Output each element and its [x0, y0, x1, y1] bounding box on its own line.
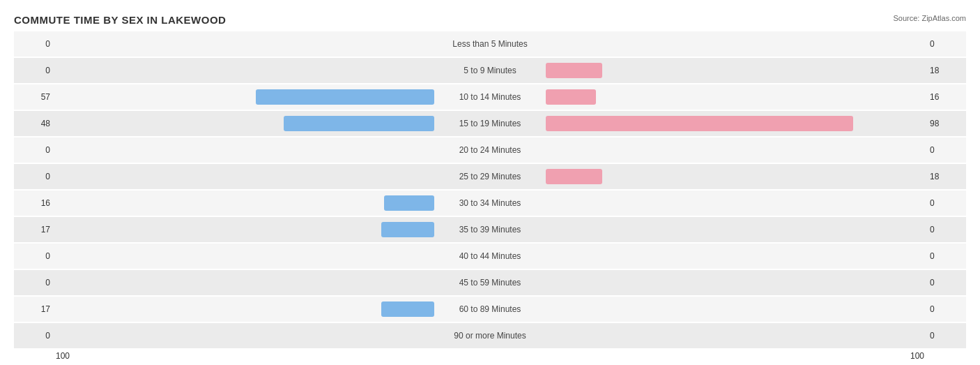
- male-value: 57: [14, 92, 56, 102]
- female-value: 18: [924, 66, 966, 75]
- right-bar-container: [490, 116, 853, 131]
- left-bar-container: [434, 328, 490, 343]
- chart-row: 090 or more Minutes0: [14, 323, 966, 348]
- male-value: 0: [14, 145, 56, 155]
- male-value: 0: [14, 39, 56, 49]
- right-bar-container: [490, 328, 546, 343]
- male-bar: [381, 222, 435, 237]
- right-bar-container: [490, 169, 602, 184]
- female-value: 0: [924, 331, 966, 341]
- bars-section: 45 to 59 Minutes: [56, 270, 924, 295]
- right-bar-container: [490, 142, 546, 158]
- left-bar-container: [284, 116, 490, 131]
- chart-row: 045 to 59 Minutes0: [14, 270, 966, 295]
- bars-section: 15 to 19 Minutes: [56, 111, 924, 136]
- female-value: 18: [924, 172, 966, 181]
- left-bar-container: [381, 301, 491, 317]
- left-bar-container: [434, 63, 490, 78]
- male-value: 0: [14, 331, 56, 341]
- male-bar: [256, 89, 435, 105]
- male-bar: [381, 301, 435, 317]
- source-label: Source: ZipAtlas.com: [893, 14, 966, 22]
- left-bar-container: [256, 89, 491, 105]
- female-value: 0: [924, 145, 966, 155]
- chart-area: 0Less than 5 Minutes005 to 9 Minutes1857…: [14, 31, 966, 348]
- male-bar: [384, 195, 434, 211]
- male-value: 0: [14, 278, 56, 288]
- female-value: 0: [924, 304, 966, 314]
- left-bar-container: [434, 248, 490, 264]
- left-bar-container: [434, 169, 490, 184]
- chart-row: 1760 to 89 Minutes0: [14, 297, 966, 322]
- bars-section: 25 to 29 Minutes: [56, 164, 924, 189]
- bars-section: 60 to 89 Minutes: [56, 297, 924, 322]
- male-value: 0: [14, 66, 56, 75]
- left-bar-container: [434, 142, 490, 158]
- female-bar: [546, 63, 602, 78]
- male-value: 16: [14, 198, 56, 208]
- male-bar: [284, 116, 434, 131]
- male-value: 48: [14, 119, 56, 128]
- bars-section: Less than 5 Minutes: [56, 31, 924, 57]
- male-value: 17: [14, 225, 56, 234]
- bars-section: 20 to 24 Minutes: [56, 137, 924, 163]
- bottom-right-label: 100: [910, 351, 924, 361]
- female-value: 0: [924, 278, 966, 288]
- male-value: 0: [14, 172, 56, 181]
- chart-row: 1630 to 34 Minutes0: [14, 191, 966, 216]
- left-bar-container: [434, 275, 490, 290]
- female-value: 0: [924, 198, 966, 208]
- chart-title: COMMUTE TIME BY SEX IN LAKEWOOD: [14, 14, 966, 26]
- chart-row: 05 to 9 Minutes18: [14, 58, 966, 83]
- bars-section: 90 or more Minutes: [56, 323, 924, 348]
- right-bar-container: [490, 222, 546, 237]
- left-bar-container: [384, 195, 490, 211]
- chart-row: 5710 to 14 Minutes16: [14, 84, 966, 110]
- left-bar-container: [381, 222, 491, 237]
- right-bar-container: [490, 275, 546, 290]
- right-bar-container: [490, 63, 602, 78]
- chart-row: 025 to 29 Minutes18: [14, 164, 966, 189]
- female-value: 98: [924, 119, 966, 128]
- right-bar-container: [490, 301, 546, 317]
- chart-row: 020 to 24 Minutes0: [14, 137, 966, 163]
- right-bar-container: [490, 195, 546, 211]
- bars-section: 35 to 39 Minutes: [56, 217, 924, 242]
- male-value: 17: [14, 304, 56, 314]
- bars-section: 5 to 9 Minutes: [56, 58, 924, 83]
- female-bar: [546, 169, 602, 184]
- chart-container: COMMUTE TIME BY SEX IN LAKEWOOD Source: …: [0, 0, 980, 365]
- right-bar-container: [490, 36, 546, 52]
- female-value: 0: [924, 39, 966, 49]
- female-bar: [546, 116, 853, 131]
- right-bar-container: [490, 89, 596, 105]
- female-value: 0: [924, 251, 966, 261]
- bottom-left-label: 100: [56, 351, 70, 361]
- right-bar-container: [490, 248, 546, 264]
- bottom-labels: 100 100: [14, 351, 966, 361]
- male-value: 0: [14, 251, 56, 261]
- chart-row: 1735 to 39 Minutes0: [14, 217, 966, 242]
- chart-row: 4815 to 19 Minutes98: [14, 111, 966, 136]
- chart-row: 040 to 44 Minutes0: [14, 244, 966, 269]
- female-value: 16: [924, 92, 966, 102]
- left-bar-container: [434, 36, 490, 52]
- female-bar: [546, 89, 596, 105]
- female-value: 0: [924, 225, 966, 234]
- bars-section: 10 to 14 Minutes: [56, 84, 924, 110]
- bars-section: 30 to 34 Minutes: [56, 191, 924, 216]
- bars-section: 40 to 44 Minutes: [56, 244, 924, 269]
- chart-row: 0Less than 5 Minutes0: [14, 31, 966, 57]
